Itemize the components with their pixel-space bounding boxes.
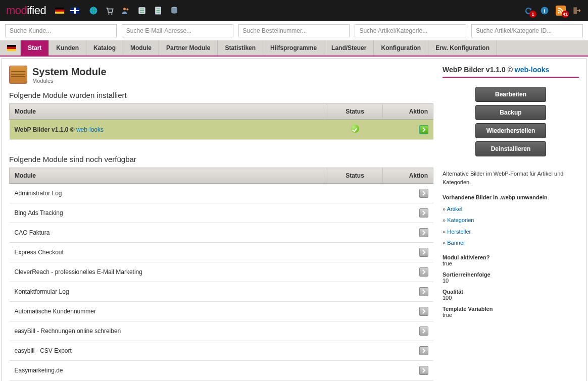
list-icon[interactable] [137, 6, 147, 16]
nav-statistiken[interactable]: Statistiken [218, 40, 263, 56]
svg-rect-11 [157, 10, 160, 11]
detail-desc: Alternative Bilder im WebP-Format für Ar… [443, 170, 579, 186]
svg-rect-18 [573, 7, 577, 14]
main-nav: StartKundenKatalogModulePartner ModuleSt… [0, 40, 588, 57]
nav-flag-de-icon[interactable] [7, 45, 16, 51]
nav-konfiguration[interactable]: Konfiguration [374, 40, 428, 56]
users-icon[interactable] [121, 6, 131, 16]
nav-partner-module[interactable]: Partner Module [159, 40, 218, 56]
search-email[interactable] [122, 24, 233, 37]
refresh-icon[interactable]: 1 [523, 6, 533, 16]
detail-panel: WebP Bilder v1.1.0 © web-looks Bearbeite… [443, 66, 579, 380]
col-status: Status [327, 168, 383, 184]
open-button[interactable] [419, 125, 428, 134]
col-module: Module [10, 168, 327, 184]
svg-rect-10 [157, 9, 160, 9]
module-name: Express Checkout [10, 243, 327, 262]
status-ok-icon [351, 125, 359, 133]
open-button[interactable] [419, 248, 428, 257]
nav-module[interactable]: Module [123, 40, 159, 56]
svg-text:i: i [544, 8, 545, 14]
table-row[interactable]: CleverReach - professionelles E-Mail Mar… [10, 262, 433, 282]
table-row[interactable]: Administrator Log [10, 184, 433, 203]
nav-erw-konfiguration[interactable]: Erw. Konfiguration [428, 40, 497, 56]
convert-heading: Vorhandene Bilder in .webp umwandeln [443, 193, 579, 202]
module-name: easyBill - Rechnungen online schreiben [10, 321, 327, 341]
flag-de-icon[interactable] [55, 8, 64, 14]
svg-point-1 [108, 13, 110, 14]
open-button[interactable] [419, 208, 428, 217]
open-button[interactable] [419, 189, 428, 198]
info-icon[interactable]: i [540, 6, 550, 16]
refresh-badge: 1 [529, 11, 536, 18]
available-table: Module Status Aktion Administrator LogBi… [9, 168, 433, 380]
svg-rect-7 [140, 10, 144, 11]
rss-icon[interactable]: 41 [556, 6, 566, 16]
module-name: Bing Ads Tracking [10, 203, 327, 223]
logout-icon[interactable] [572, 6, 582, 16]
globe-icon[interactable] [88, 6, 99, 16]
svg-rect-6 [140, 9, 144, 10]
module-status [327, 120, 383, 140]
svg-point-3 [123, 8, 126, 10]
restore-button[interactable]: Wiederherstellen [475, 123, 546, 138]
table-row[interactable]: WebP Bilder v1.1.0 © web-looks [10, 120, 433, 140]
svg-rect-8 [140, 12, 144, 13]
open-button[interactable] [419, 366, 428, 375]
table-row[interactable]: easyBill - Rechnungen online schreiben [10, 321, 433, 341]
open-button[interactable] [419, 228, 428, 237]
svg-rect-12 [157, 12, 160, 13]
page-heading: System Module Modules [9, 66, 433, 84]
detail-title-link[interactable]: web-looks [515, 66, 549, 74]
convert-link-artikel[interactable]: Artikel [443, 206, 462, 212]
convert-link-banner[interactable]: Banner [443, 240, 465, 246]
nav-katalog[interactable]: Katalog [86, 40, 123, 56]
col-action: Aktion [383, 168, 433, 184]
table-row[interactable]: Kontaktformular Log [10, 282, 433, 302]
nav-land-steuer[interactable]: Land/Steuer [324, 40, 374, 56]
module-link[interactable]: web-looks [76, 126, 104, 133]
search-article[interactable] [355, 24, 466, 37]
db-icon[interactable] [169, 6, 179, 16]
search-order[interactable] [238, 24, 350, 37]
edit-button[interactable]: Bearbeiten [475, 87, 546, 102]
nav-start[interactable]: Start [21, 40, 49, 56]
open-button[interactable] [419, 307, 428, 316]
table-row[interactable]: easybill - CSV Export [10, 341, 433, 361]
uninstall-button[interactable]: Deinstallieren [475, 141, 546, 156]
detail-title: WebP Bilder v1.1.0 © web-looks [443, 66, 579, 78]
col-module: Module [10, 104, 327, 120]
open-button[interactable] [419, 346, 428, 355]
table-row[interactable]: CAO Faktura [10, 223, 433, 243]
table-row[interactable]: Bing Ads Tracking [10, 203, 433, 223]
flag-uk-icon[interactable] [70, 8, 79, 14]
backup-button[interactable]: Backup [475, 105, 546, 120]
table-row[interactable]: Automatische Kundennummer [10, 302, 433, 321]
nav-kunden[interactable]: Kunden [49, 40, 86, 56]
cart-icon[interactable] [105, 6, 115, 16]
config-item: Template Variablentrue [443, 306, 579, 318]
nav-hilfsprogramme[interactable]: Hilfsprogramme [263, 40, 324, 56]
module-name: Administrator Log [10, 184, 327, 203]
installed-heading: Folgende Module wurden installiert [9, 91, 433, 99]
module-name: Easymarketing.de [10, 361, 327, 380]
col-status: Status [327, 104, 383, 120]
search-article-id[interactable] [471, 24, 583, 37]
open-button[interactable] [419, 267, 428, 277]
svg-point-4 [126, 8, 128, 10]
search-customer[interactable] [5, 24, 117, 37]
convert-link-hersteller[interactable]: Hersteller [443, 229, 471, 235]
module-name: WebP Bilder v1.1.0 © web-looks [10, 120, 327, 140]
open-button[interactable] [419, 287, 428, 296]
table-row[interactable]: Express Checkout [10, 243, 433, 262]
convert-link-kategorien[interactable]: Kategorien [443, 217, 474, 223]
open-button[interactable] [419, 326, 428, 336]
rss-badge: 41 [562, 11, 569, 18]
svg-point-17 [558, 12, 559, 14]
module-name: CleverReach - professionelles E-Mail Mar… [10, 262, 327, 282]
config-item: Sortierreihenfolge10 [443, 271, 579, 284]
doc-icon[interactable] [153, 6, 163, 16]
package-icon [9, 66, 27, 84]
table-row[interactable]: Easymarketing.de [10, 361, 433, 380]
module-name: easybill - CSV Export [10, 341, 327, 361]
